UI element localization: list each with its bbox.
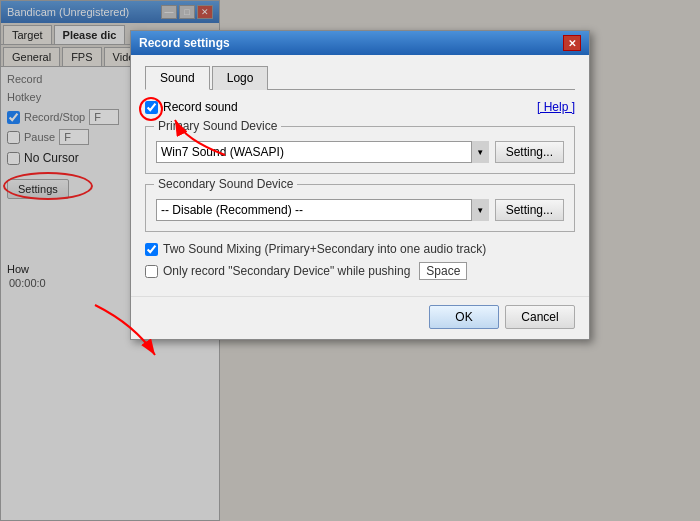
primary-setting-button[interactable]: Setting...: [495, 141, 564, 163]
dialog-tab-sound[interactable]: Sound: [145, 66, 210, 90]
record-sound-checkbox-container: [145, 101, 158, 114]
two-sound-mixing-checkbox[interactable]: [145, 243, 158, 256]
dialog-body: Sound Logo Record sound [ Help ] Primary…: [131, 55, 589, 296]
dialog-titlebar: Record settings ✕: [131, 31, 589, 55]
ok-button[interactable]: OK: [429, 305, 499, 329]
record-sound-left: Record sound: [145, 100, 238, 114]
checkbox-section: Two Sound Mixing (Primary+Secondary into…: [145, 242, 575, 280]
secondary-device-select-wrapper: -- Disable (Recommend) -- ▼: [156, 199, 489, 221]
dialog-title: Record settings: [139, 36, 230, 50]
record-settings-dialog: Record settings ✕ Sound Logo Record soun…: [130, 30, 590, 340]
secondary-sound-group: Secondary Sound Device -- Disable (Recom…: [145, 184, 575, 232]
primary-device-select-wrapper: Win7 Sound (WASAPI) ▼: [156, 141, 489, 163]
two-sound-mixing-label: Two Sound Mixing (Primary+Secondary into…: [163, 242, 486, 256]
primary-group-title: Primary Sound Device: [154, 119, 281, 133]
only-record-checkbox[interactable]: [145, 265, 158, 278]
record-sound-label: Record sound: [163, 100, 238, 114]
only-record-row: Only record "Secondary Device" while pus…: [145, 262, 575, 280]
secondary-device-select[interactable]: -- Disable (Recommend) --: [156, 199, 489, 221]
primary-device-select[interactable]: Win7 Sound (WASAPI): [156, 141, 489, 163]
secondary-group-title: Secondary Sound Device: [154, 177, 297, 191]
dialog-tab-bar: Sound Logo: [145, 65, 575, 90]
only-record-label: Only record "Secondary Device" while pus…: [163, 264, 410, 278]
help-link[interactable]: [ Help ]: [537, 100, 575, 114]
two-sound-mixing-row: Two Sound Mixing (Primary+Secondary into…: [145, 242, 575, 256]
dialog-footer: OK Cancel: [131, 296, 589, 339]
dialog-tab-logo[interactable]: Logo: [212, 66, 269, 90]
record-sound-row: Record sound [ Help ]: [145, 100, 575, 114]
secondary-setting-button[interactable]: Setting...: [495, 199, 564, 221]
space-key-box: Space: [419, 262, 467, 280]
record-sound-checkbox[interactable]: [145, 101, 158, 114]
primary-device-row: Win7 Sound (WASAPI) ▼ Setting...: [156, 141, 564, 163]
primary-sound-group: Primary Sound Device Win7 Sound (WASAPI)…: [145, 126, 575, 174]
cancel-button[interactable]: Cancel: [505, 305, 575, 329]
dialog-close-button[interactable]: ✕: [563, 35, 581, 51]
secondary-device-row: -- Disable (Recommend) -- ▼ Setting...: [156, 199, 564, 221]
